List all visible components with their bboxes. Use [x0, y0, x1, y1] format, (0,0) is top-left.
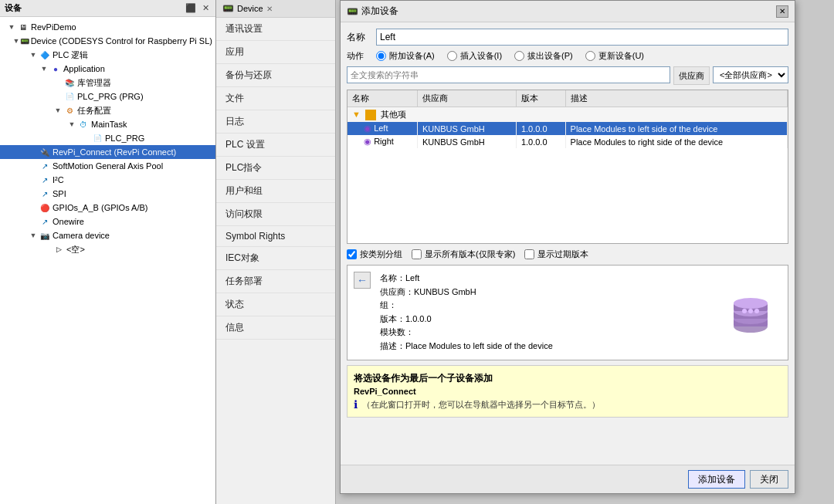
nav-backup[interactable]: 备份与还原 — [216, 64, 335, 87]
action-insert-label: 插入设备(I) — [460, 50, 502, 62]
nav-comm[interactable]: 通讯设置 — [216, 18, 335, 41]
tree-i2c-label: I²C — [53, 175, 64, 184]
device-row-right[interactable]: ◉ Right KUNBUS GmbH 1.0.0.0 Place Module… — [348, 135, 788, 148]
tree-lib-label: 库管理器 — [77, 77, 111, 89]
tree-onewire[interactable]: ↗ Onewire — [0, 215, 215, 228]
tree-root-label: RevPiDemo — [31, 22, 76, 32]
nav-usergroup[interactable]: 用户和组 — [216, 180, 335, 203]
nav-status[interactable]: 状态 — [216, 293, 335, 316]
allver-checkbox[interactable] — [412, 249, 422, 259]
tree-device[interactable]: ▼ 📟 Device (CODESYS Control for Raspberr… — [0, 34, 215, 48]
tree-tasks-expander[interactable]: ▼ — [53, 107, 63, 114]
back-button[interactable]: ← — [354, 272, 371, 289]
right-device-icon: ◉ — [364, 137, 371, 146]
detail-panel: ← 名称：Left 供应商：KUNBUS GmbH 组： 版本：1.0.0.0 … — [347, 265, 788, 360]
bycat-checkbox[interactable] — [347, 249, 357, 259]
tree-plc-expander[interactable]: ▼ — [28, 51, 39, 59]
device-tab-label: Device — [237, 4, 263, 13]
tree-i2c[interactable]: ↗ I²C — [0, 173, 215, 187]
svg-point-9 — [754, 309, 759, 313]
checkbox-allver[interactable]: 显示所有版本(仅限专家) — [412, 249, 515, 260]
tree-gpios[interactable]: 🔴 GPIOs_A_B (GPIOs A/B) — [0, 201, 215, 215]
search-input[interactable] — [347, 66, 670, 83]
detail-desc-value: Place Modules to left side of the device — [405, 341, 553, 350]
detail-version-value: 1.0.0.0 — [405, 314, 432, 323]
nav-taskdeploy[interactable]: 任务部署 — [216, 270, 335, 293]
tree-spi[interactable]: ↗ SPI — [0, 187, 215, 201]
info-box-title: 将选设备作为最后一个子设备添加 — [354, 372, 781, 385]
detail-vendor-label: 供应商： — [380, 287, 414, 296]
svg-point-8 — [748, 309, 753, 313]
action-update-label: 更新设备(U) — [598, 50, 644, 62]
revpi-icon: 🔌 — [39, 146, 51, 158]
device-table: 名称 供应商 版本 描述 ▼ 其他项 — [348, 90, 788, 148]
tree-gpios-label: GPIOs_A_B (GPIOs A/B) — [53, 203, 147, 212]
nav-iec[interactable]: IEC对象 — [216, 247, 335, 270]
name-input[interactable] — [376, 29, 788, 46]
tree-lib[interactable]: 📚 库管理器 — [0, 76, 215, 90]
pin-button[interactable]: ⬛ — [184, 3, 198, 13]
nav-log[interactable]: 日志 — [216, 110, 335, 134]
action-insert[interactable]: 插入设备(I) — [447, 50, 502, 62]
nav-access[interactable]: 访问权限 — [216, 203, 335, 226]
tree-root[interactable]: ▼ 🖥 RevPiDemo — [0, 20, 215, 34]
empty-icon: ▷ — [53, 243, 65, 255]
group-other[interactable]: ▼ 其他项 — [348, 107, 788, 123]
nav-plcset[interactable]: PLC 设置 — [216, 134, 335, 157]
tree-tasks-label: 任务配置 — [77, 105, 111, 117]
device-tab[interactable]: 📟 Device ✕ — [216, 0, 335, 18]
tree-softmotion-label: SoftMotion General Axis Pool — [53, 161, 163, 171]
action-plug[interactable]: 拔出设备(P) — [514, 50, 573, 62]
tree-revpi[interactable]: 🔌 RevPi_Connect (RevPi Connect) — [0, 145, 215, 159]
action-add[interactable]: 附加设备(A) — [376, 50, 435, 62]
nav-file[interactable]: 文件 — [216, 87, 335, 110]
tree-device-expander[interactable]: ▼ — [12, 37, 19, 45]
dialog-title-icon: 📟 — [347, 6, 358, 17]
nav-symrights[interactable]: Symbol Rights — [216, 226, 335, 247]
tree-plc-label: PLC 逻辑 — [53, 49, 88, 61]
checkbox-bycat[interactable]: 按类别分组 — [347, 249, 402, 260]
action-update[interactable]: 更新设备(U) — [585, 50, 644, 62]
dialog-close-button[interactable]: ✕ — [776, 5, 788, 18]
tree-maintask-expander[interactable]: ▼ — [66, 120, 77, 128]
tree-tasks[interactable]: ▼ ⚙ 任务配置 — [0, 103, 215, 117]
plcprg-icon: 📄 — [63, 90, 76, 103]
tree-camera[interactable]: ▼ 📷 Camera device — [0, 228, 215, 242]
expired-checkbox[interactable] — [524, 249, 534, 259]
checkbox-expired[interactable]: 显示过期版本 — [524, 249, 588, 260]
left-panel-controls: ⬛ ✕ — [184, 3, 211, 13]
action-add-label: 附加设备(A) — [389, 50, 435, 62]
detail-desc-label: 描述： — [380, 341, 405, 350]
dialog-footer: 添加设备 关闭 — [341, 465, 795, 493]
tree-softmotion[interactable]: ↗ SoftMotion General Axis Pool — [0, 159, 215, 173]
tree-maintask-label: MainTask — [91, 120, 127, 129]
tree-maintask[interactable]: ▼ ⏱ MainTask — [0, 117, 215, 131]
device-row-left[interactable]: ◉ Left KUNBUS GmbH 1.0.0.0 Place Modules… — [348, 122, 788, 135]
onewire-icon: ↗ — [39, 215, 51, 228]
nav-info[interactable]: 信息 — [216, 316, 335, 340]
nav-app[interactable]: 应用 — [216, 41, 335, 64]
tree-plcprg2-label: PLC_PRG — [105, 134, 144, 143]
vendor-label: 供应商 — [673, 66, 710, 85]
tree-onewire-label: Onewire — [53, 217, 84, 226]
tree-plcprg[interactable]: 📄 PLC_PRG (PRG) — [0, 90, 215, 103]
vendor-select[interactable]: <全部供应商> — [713, 66, 788, 83]
tab-close-button[interactable]: ✕ — [266, 5, 273, 13]
tree-app[interactable]: ▼ ● Application — [0, 62, 215, 76]
svg-point-6 — [734, 298, 768, 309]
tree-empty[interactable]: ▷ <空> — [0, 242, 215, 256]
tree-plc[interactable]: ▼ 🔷 PLC 逻辑 — [0, 48, 215, 62]
add-device-button[interactable]: 添加设备 — [688, 470, 745, 489]
col-name: 名称 — [348, 90, 418, 107]
tree-app-expander[interactable]: ▼ — [39, 65, 49, 73]
tree-expander[interactable]: ▼ — [6, 23, 17, 31]
tree-plcprg2[interactable]: 📄 PLC_PRG — [0, 131, 215, 145]
expired-label: 显示过期版本 — [537, 249, 588, 260]
info-box-note: ℹ （在此窗口打开时，您可以在导航器中选择另一个目标节点。） — [354, 399, 781, 411]
close-panel-button[interactable]: ✕ — [201, 3, 211, 13]
nav-plccmd[interactable]: PLC指令 — [216, 157, 335, 180]
right-device-name: Right — [374, 137, 394, 146]
tree-camera-expander[interactable]: ▼ — [28, 232, 39, 239]
device-table-container: 名称 供应商 版本 描述 ▼ 其他项 — [347, 90, 788, 244]
close-dialog-button[interactable]: 关闭 — [750, 470, 788, 489]
